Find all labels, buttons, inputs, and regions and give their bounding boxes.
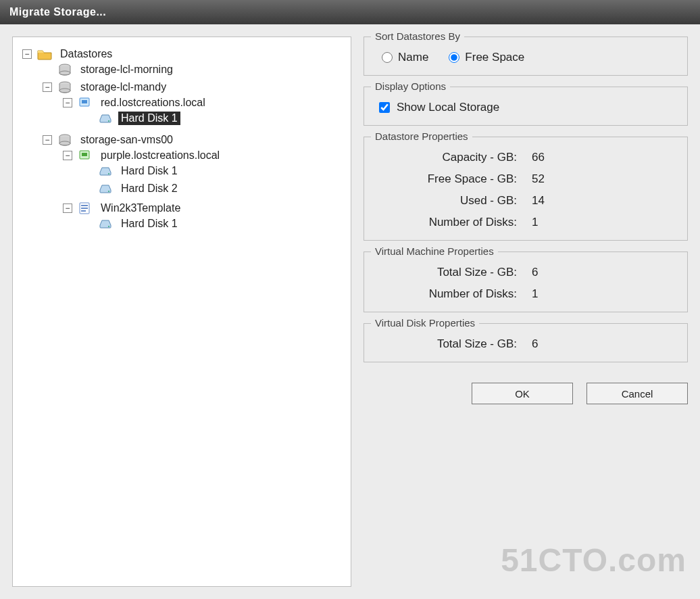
prop-row: Free Space - GB: 52 (390, 172, 668, 186)
prop-label: Total Size - GB: (390, 266, 532, 279)
show-local-storage-label: Show Local Storage (397, 101, 499, 114)
prop-label: Total Size - GB: (390, 337, 532, 351)
tree-item-label: storage-san-vms00 (78, 133, 176, 147)
tree-vm[interactable]: − red.lostcreations.local (63, 96, 344, 110)
sort-name-input[interactable] (382, 52, 393, 63)
folder-icon (37, 47, 52, 61)
prop-value: 66 (532, 151, 572, 164)
vm-properties-group: Virtual Machine Properties Total Size - … (364, 251, 688, 312)
template-icon (78, 201, 93, 215)
tree-disk[interactable]: Hard Disk 2 (83, 182, 344, 195)
group-label: Datastore Properties (371, 130, 472, 142)
svg-rect-10 (82, 153, 87, 156)
tree-root[interactable]: − Datastores (22, 47, 344, 61)
tree-item-label: Hard Disk 1 (118, 217, 180, 231)
window-titlebar: Migrate Storage... (0, 0, 700, 24)
vdisk-properties-group: Virtual Disk Properties Total Size - GB:… (364, 323, 688, 362)
tree-item-label: Win2k3Template (98, 201, 183, 215)
sort-freespace-input[interactable] (449, 52, 459, 63)
svg-point-11 (108, 173, 109, 174)
prop-value: 1 (532, 216, 572, 229)
collapse-icon[interactable]: − (43, 82, 52, 92)
group-label: Virtual Machine Properties (371, 245, 498, 257)
prop-label: Capacity - GB: (390, 151, 532, 164)
disk-icon (98, 112, 113, 125)
sort-name-label: Name (398, 51, 428, 64)
disk-icon (98, 217, 113, 231)
dialog-button-row: OK Cancel (364, 373, 688, 404)
collapse-icon[interactable]: − (22, 49, 32, 59)
tree-item-label: Hard Disk 1 (118, 164, 180, 178)
tree-item-label: storage-lcl-mandy (78, 80, 169, 94)
svg-rect-14 (81, 205, 88, 206)
svg-rect-16 (81, 210, 86, 212)
datastore-icon (57, 63, 72, 76)
sort-by-freespace-radio[interactable]: Free Space (449, 51, 524, 64)
prop-label: Used - GB: (390, 194, 532, 208)
group-label: Sort Datastores By (371, 30, 464, 42)
prop-row: Number of Disks: 1 (390, 216, 668, 229)
tree-disk[interactable]: Hard Disk 1 (83, 112, 344, 125)
svg-rect-15 (81, 208, 88, 209)
prop-row: Total Size - GB: 6 (390, 337, 668, 351)
dialog-body: − Datastores (0, 24, 700, 599)
display-options-group: Display Options Show Local Storage (364, 87, 688, 126)
svg-point-6 (108, 120, 109, 122)
tree-root-label: Datastores (57, 47, 115, 61)
collapse-icon[interactable]: − (63, 151, 72, 160)
tree-vm[interactable]: − purple.lostcreations.local (63, 149, 344, 162)
tree-item-label: Hard Disk 1 (118, 112, 180, 125)
prop-label: Number of Disks: (390, 216, 532, 229)
tree-disk[interactable]: Hard Disk 1 (83, 217, 344, 231)
vm-icon (78, 149, 93, 162)
collapse-icon[interactable]: − (43, 135, 52, 145)
tree-datastore[interactable]: − storage-san-vms00 (43, 133, 344, 147)
tree-vm-template[interactable]: − Win2k3Template (63, 201, 344, 215)
tree-datastore[interactable]: − storage-lcl-mandy (43, 80, 344, 94)
cancel-button[interactable]: Cancel (586, 383, 688, 404)
datastore-icon (57, 80, 72, 94)
svg-point-17 (108, 226, 109, 227)
svg-point-12 (108, 191, 109, 192)
prop-label: Free Space - GB: (390, 172, 532, 186)
prop-value: 52 (532, 172, 572, 186)
ok-button[interactable]: OK (472, 383, 573, 404)
tree-datastore[interactable]: storage-lcl-morning (43, 63, 344, 76)
prop-row: Total Size - GB: 6 (390, 266, 668, 279)
prop-label: Number of Disks: (390, 287, 532, 301)
tree-disk[interactable]: Hard Disk 1 (83, 164, 344, 178)
prop-value: 14 (532, 194, 572, 208)
tree-item-label: Hard Disk 2 (118, 182, 180, 195)
collapse-icon[interactable]: − (63, 203, 72, 213)
tree-item-label: purple.lostcreations.local (98, 149, 222, 162)
group-label: Virtual Disk Properties (371, 317, 479, 329)
sort-datastores-group: Sort Datastores By Name Free Space (364, 37, 688, 76)
prop-value: 6 (532, 337, 572, 351)
prop-value: 1 (532, 287, 572, 301)
prop-row: Used - GB: 14 (390, 194, 668, 208)
datastore-icon (57, 133, 72, 147)
tree-item-label: storage-lcl-morning (78, 63, 176, 76)
disk-icon (98, 164, 113, 178)
vm-icon (78, 96, 93, 110)
prop-value: 6 (532, 266, 572, 279)
datastore-tree-panel: − Datastores (12, 37, 351, 587)
sort-freespace-label: Free Space (465, 51, 524, 64)
show-local-storage-checkbox[interactable] (379, 102, 390, 113)
disk-icon (98, 182, 113, 195)
svg-rect-5 (82, 100, 87, 103)
window-title: Migrate Storage... (9, 6, 106, 18)
prop-row: Number of Disks: 1 (390, 287, 668, 301)
group-label: Display Options (371, 80, 450, 92)
datastore-properties-group: Datastore Properties Capacity - GB: 66 F… (364, 137, 688, 241)
prop-row: Capacity - GB: 66 (390, 151, 668, 164)
sort-by-name-radio[interactable]: Name (382, 51, 428, 64)
tree-item-label: red.lostcreations.local (98, 96, 208, 110)
collapse-icon[interactable]: − (63, 98, 72, 107)
